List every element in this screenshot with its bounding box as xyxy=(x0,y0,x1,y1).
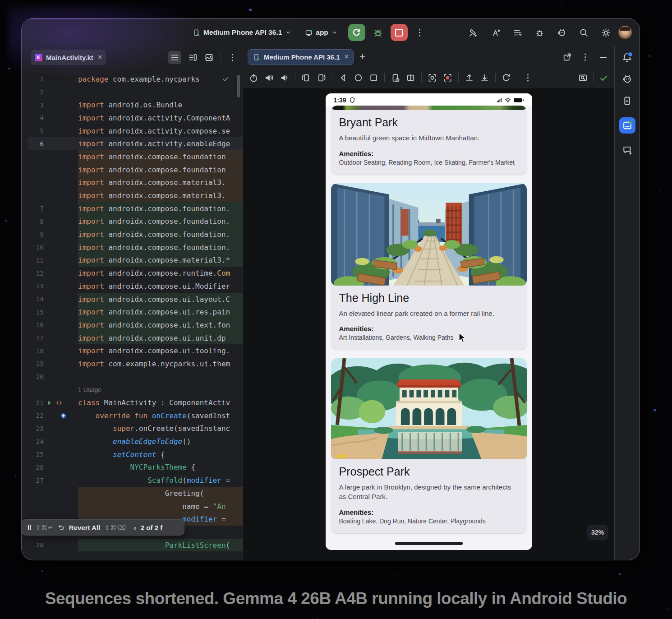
divider xyxy=(384,73,385,82)
divider xyxy=(495,73,496,82)
more-dots-icon[interactable] xyxy=(523,73,533,83)
divider xyxy=(332,73,332,82)
line-number: 19 xyxy=(28,360,44,367)
power-icon[interactable] xyxy=(249,73,258,83)
profiler-pig-icon[interactable] xyxy=(622,74,632,84)
running-devices-icon[interactable] xyxy=(619,117,635,134)
park-card[interactable]: Bryant ParkA beautiful green space in Mi… xyxy=(331,106,527,175)
tab-mainactivity[interactable]: MainActivity.kt × xyxy=(31,50,106,65)
code-tag-icon[interactable] xyxy=(56,400,62,406)
emulator-more-icon[interactable] xyxy=(580,52,590,62)
tab-emulator-device[interactable]: Medium Phone API 36.1 × xyxy=(248,49,354,65)
design-view-icon[interactable] xyxy=(204,53,214,62)
home-icon[interactable] xyxy=(354,73,363,83)
editor-scrollbar[interactable] xyxy=(237,75,240,97)
profiler-pig-icon[interactable] xyxy=(557,28,566,37)
wifi-icon xyxy=(505,97,511,103)
rotate-right-icon[interactable] xyxy=(317,73,326,83)
park-description: A large park in Brooklyn, designed by th… xyxy=(339,483,519,501)
download-icon[interactable] xyxy=(480,73,489,83)
split-view-icon[interactable] xyxy=(188,53,198,62)
accept-all-label-clipped[interactable]: ll xyxy=(28,524,31,531)
stop-app-button[interactable] xyxy=(391,24,408,41)
volume-up-icon[interactable] xyxy=(264,73,274,83)
device-settings-icon[interactable] xyxy=(391,73,400,83)
code-line: 23 super.onCreate(savedInstanc xyxy=(28,422,243,435)
divider xyxy=(593,73,594,82)
screen-record-icon[interactable] xyxy=(443,73,452,83)
screen-inspect-icon[interactable] xyxy=(578,73,588,83)
amenities-label: Amenities: xyxy=(339,508,519,516)
inspection-ok-icon[interactable] xyxy=(222,75,229,83)
code-view-icon[interactable] xyxy=(168,51,181,64)
minimize-panel-icon[interactable] xyxy=(598,52,608,62)
volume-down-icon[interactable] xyxy=(280,73,289,83)
rerun-app-button[interactable] xyxy=(348,24,365,41)
phone-screen[interactable]: 1:39 Bryant ParkA beautiful green space … xyxy=(326,93,532,550)
debug-button[interactable] xyxy=(373,27,383,38)
emulator-toolbar xyxy=(243,67,614,88)
code-line: 25 setContent { xyxy=(28,448,243,461)
sync-project-icon[interactable] xyxy=(491,28,500,37)
phone-device-icon xyxy=(253,53,260,61)
gesture-navigation-bar[interactable] xyxy=(395,542,463,545)
build-icon[interactable] xyxy=(469,28,478,37)
fold-device-icon[interactable] xyxy=(406,73,415,83)
titlebar: Medium Phone API 36.1 app xyxy=(22,18,640,46)
battery-icon xyxy=(513,97,524,104)
line-number: 10 xyxy=(28,244,44,251)
close-tab-icon[interactable]: × xyxy=(98,53,102,61)
overrides-method-icon[interactable] xyxy=(60,412,67,419)
park-card[interactable]: The High LineAn elevated linear park cre… xyxy=(331,183,527,350)
overview-icon[interactable] xyxy=(369,73,378,83)
code-line: name = "An xyxy=(28,500,243,513)
divider xyxy=(458,73,459,82)
prev-file-arrow[interactable]: ‹ xyxy=(134,524,136,531)
park-title: Prospect Park xyxy=(339,465,519,478)
run-config-selector[interactable]: app xyxy=(302,26,341,39)
run-class-icon[interactable] xyxy=(46,400,53,406)
new-chat-icon[interactable] xyxy=(622,145,632,155)
hardware-ok-check-icon[interactable] xyxy=(599,73,608,83)
back-icon[interactable] xyxy=(338,73,348,83)
screenshot-icon[interactable] xyxy=(428,73,437,83)
park-card[interactable]: Prospect ParkA large park in Brooklyn, d… xyxy=(331,358,527,533)
park-list[interactable]: Bryant ParkA beautiful green space in Mi… xyxy=(326,106,532,550)
code-line: 21class MainActivity : ComponentActiv xyxy=(28,396,243,409)
rotate-left-icon[interactable] xyxy=(301,73,311,83)
line-number: 16 xyxy=(28,321,44,328)
amenities-list: Art Installations, Gardens, Walking Path… xyxy=(339,334,519,341)
more-run-actions-icon[interactable] xyxy=(415,28,424,37)
close-emulator-tab-icon[interactable]: × xyxy=(345,53,349,61)
settings-gear-icon[interactable] xyxy=(601,28,611,37)
line-number: 3 xyxy=(28,102,44,109)
new-device-tab-icon[interactable]: + xyxy=(359,52,365,62)
line-number: 17 xyxy=(28,334,44,342)
device-selector[interactable]: Medium Phone API 36.1 xyxy=(189,26,295,39)
build-variants-icon[interactable] xyxy=(513,28,522,37)
revert-all-button[interactable]: Revert All xyxy=(69,524,100,531)
search-everywhere-icon[interactable] xyxy=(579,28,589,37)
zoom-level-badge: 32% xyxy=(587,525,608,540)
open-in-window-icon[interactable] xyxy=(562,52,572,62)
code-line: 4import androidx.activity.ComponentA xyxy=(28,111,243,125)
line-number: 25 xyxy=(28,451,44,458)
run-config-label: app xyxy=(316,28,328,37)
line-number: 5 xyxy=(28,127,44,134)
chevron-down-icon xyxy=(331,29,338,36)
line-number: 23 xyxy=(28,425,44,432)
code-editor[interactable]: 1package com.example.nycparks23import an… xyxy=(28,68,243,560)
phone-status-bar: 1:39 xyxy=(326,93,532,106)
apply-changes-icon[interactable] xyxy=(535,28,544,37)
snapshot-reset-icon[interactable] xyxy=(502,73,511,83)
user-avatar[interactable] xyxy=(618,26,632,39)
line-number: 27 xyxy=(28,477,44,484)
divider xyxy=(221,53,221,62)
code-line: 12import androidx.compose.runtime.Com xyxy=(28,267,243,280)
code-line: 27 Scaffold(modifier = xyxy=(28,474,243,487)
code-line: 6import androidx.activity.enableEdge xyxy=(28,137,243,150)
upload-icon[interactable] xyxy=(465,73,474,83)
editor-more-icon[interactable] xyxy=(228,53,237,62)
device-manager-icon[interactable] xyxy=(622,96,632,106)
notifications-bell-icon[interactable] xyxy=(622,52,632,63)
